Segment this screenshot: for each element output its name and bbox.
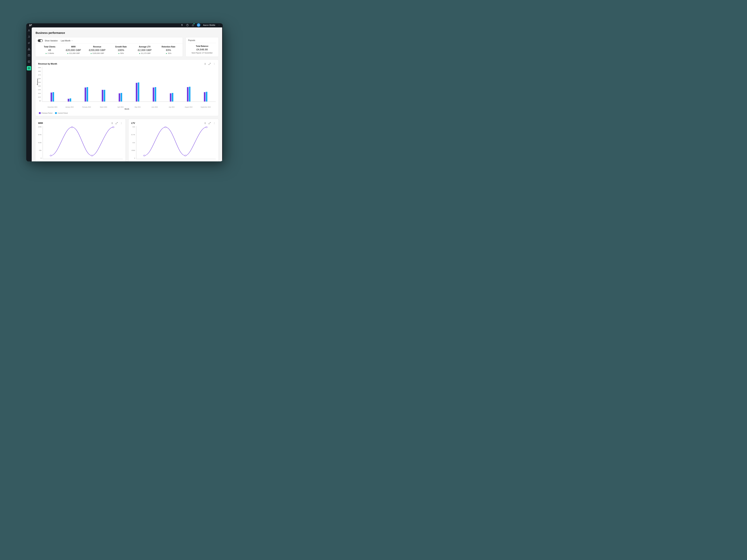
nav-analytics-icon[interactable] xyxy=(27,41,31,45)
expand-icon[interactable] xyxy=(115,122,118,125)
x-tick: February 2024 xyxy=(81,106,93,108)
x-tick: May 2024 xyxy=(132,106,144,108)
nav-activity-icon[interactable] xyxy=(27,35,31,38)
period-select[interactable]: Last Month xyxy=(61,40,73,42)
y-tick: £15k xyxy=(38,134,42,136)
list-icon[interactable] xyxy=(111,122,113,125)
y-tick: £20k xyxy=(38,126,42,128)
kpi-label: Average LTV xyxy=(133,46,157,48)
total-balance-value: £4,648.88 xyxy=(188,48,216,51)
kpi-variation: ▲ 50% xyxy=(109,52,133,54)
bar-curr xyxy=(70,98,71,102)
bar-prev xyxy=(51,92,52,102)
kpi-cell: Retention Rate83%▲ 31% xyxy=(157,46,180,54)
kpi-label: Growth Rate xyxy=(109,46,133,48)
svg-point-27 xyxy=(206,127,207,128)
topbar: 1F AB Aaron Biddle xyxy=(26,23,223,27)
more-icon[interactable] xyxy=(213,122,216,125)
y-tick: 0 xyxy=(41,157,42,159)
bar-group xyxy=(136,82,139,102)
y-tick: £500 xyxy=(131,150,135,151)
svg-point-12 xyxy=(214,64,214,64)
bar-group xyxy=(85,87,88,102)
expand-icon[interactable] xyxy=(208,122,211,125)
svg-point-16 xyxy=(121,124,121,124)
bar-curr xyxy=(104,90,105,102)
kpi-variation: ▲ 31% xyxy=(157,52,180,54)
bar-group xyxy=(187,87,190,102)
toggle-label: Show Variation xyxy=(45,40,58,42)
kpi-value: 100% xyxy=(109,49,133,52)
kpi-label: Retention Rate xyxy=(157,46,180,48)
svg-rect-7 xyxy=(28,55,30,56)
nav-finance-icon[interactable] xyxy=(27,66,31,71)
bar-group xyxy=(102,90,105,102)
currency-icon[interactable] xyxy=(181,24,183,26)
bar-curr xyxy=(138,82,139,102)
nav-clients-icon[interactable] xyxy=(27,29,31,32)
svg-point-24 xyxy=(144,155,145,156)
nav-structure-icon[interactable] xyxy=(27,48,31,51)
more-icon[interactable] xyxy=(120,122,123,125)
x-tick: August 2024 xyxy=(183,106,195,108)
bar-curr xyxy=(155,87,156,102)
bar-group xyxy=(204,92,207,102)
svg-point-22 xyxy=(214,123,214,124)
legend-curr: Current Period xyxy=(55,112,68,114)
svg-point-11 xyxy=(214,63,214,63)
y-tick: £2K xyxy=(38,92,41,94)
bar-curr xyxy=(172,93,173,102)
notifications-icon[interactable] xyxy=(191,24,194,26)
nav-layout-icon[interactable] xyxy=(27,60,31,63)
kpi-variation: ▲ £1,173 GBP xyxy=(133,52,157,54)
y-tick: 0 xyxy=(134,157,135,159)
chart-title: Revenue by Month xyxy=(38,62,57,65)
list-icon[interactable] xyxy=(204,62,206,65)
kpi-cell: Revenue£200,000 GBP▲ £105,000 GBP xyxy=(85,46,109,54)
bar-group xyxy=(51,92,54,102)
kpi-cell: MRR£20,000 GBP▲ £11,000 GBP xyxy=(61,46,85,54)
x-tick: January 2024 xyxy=(63,106,75,108)
total-balance-label: Total Balance xyxy=(188,45,216,47)
payouts-title: Payouts xyxy=(188,39,216,43)
page-title: Business performance xyxy=(35,31,218,34)
svg-point-25 xyxy=(165,127,166,128)
kpi-card: Show Variation Last Month Total Clients4… xyxy=(35,37,183,57)
bar-curr xyxy=(121,93,122,102)
svg-point-18 xyxy=(71,127,73,128)
bar-prev xyxy=(136,83,137,102)
bar-group xyxy=(153,87,156,102)
expand-icon[interactable] xyxy=(208,62,211,65)
bar-prev xyxy=(153,87,154,102)
chart-title: MRR xyxy=(38,122,43,124)
next-payout: Next Payout: 27 November xyxy=(188,52,216,54)
y-tick: £10k xyxy=(38,142,42,143)
svg-point-2 xyxy=(29,30,30,30)
list-icon[interactable] xyxy=(204,122,206,125)
more-icon[interactable] xyxy=(213,62,216,65)
bar-prev xyxy=(170,93,171,102)
chevron-down-icon[interactable] xyxy=(218,24,220,26)
show-variation-toggle[interactable] xyxy=(38,39,43,42)
app-window: 1F AB Aaron Biddle Business performance xyxy=(26,23,223,161)
bar-prev xyxy=(187,87,188,102)
svg-point-13 xyxy=(214,64,214,65)
y-tick: £9K xyxy=(38,67,41,69)
sidebar xyxy=(26,27,32,161)
bar-group xyxy=(68,98,71,102)
avatar[interactable]: AB xyxy=(197,23,200,27)
bar-group xyxy=(119,93,122,102)
y-tick: £2k xyxy=(132,126,135,128)
kpi-value: £20,000 GBP xyxy=(61,49,85,52)
svg-point-21 xyxy=(214,122,214,123)
bar-prev xyxy=(68,99,69,102)
svg-point-3 xyxy=(29,36,29,36)
bar-curr xyxy=(206,92,207,102)
kpi-cell: Growth Rate100%▲ 50% xyxy=(109,46,133,54)
svg-rect-5 xyxy=(28,50,29,50)
nav-calendar-icon[interactable] xyxy=(27,54,31,57)
help-icon[interactable] xyxy=(186,24,189,26)
ltv-line xyxy=(136,126,216,159)
bar-prev xyxy=(119,93,120,102)
bar-curr xyxy=(53,92,54,102)
